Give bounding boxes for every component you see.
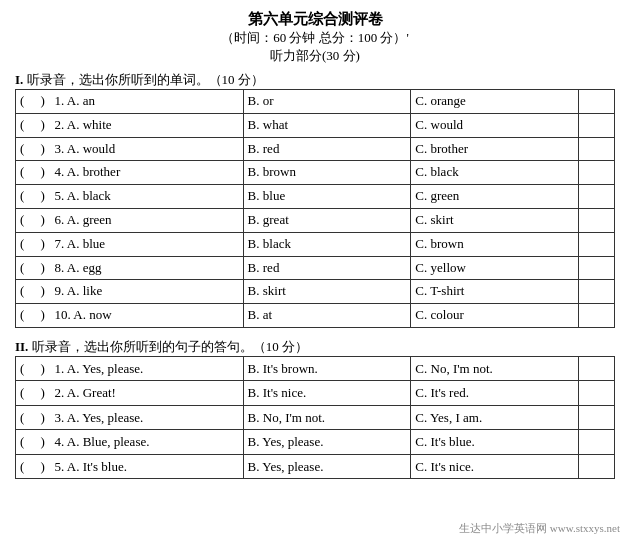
list-item: ( )6. A. green [16, 208, 244, 232]
answer-cell [579, 208, 615, 232]
answer-cell [579, 356, 615, 380]
list-item: C. It's blue. [411, 430, 579, 454]
answer-cell [579, 161, 615, 185]
list-item: ( )7. A. blue [16, 232, 244, 256]
answer-cell [579, 430, 615, 454]
table-row: ( )1. A. Yes, please.B. It's brown.C. No… [16, 356, 615, 380]
list-item: C. brother [411, 137, 579, 161]
list-item: B. what [243, 113, 411, 137]
list-item: C. T-shirt [411, 280, 579, 304]
table-row: ( )3. A. wouldB. redC. brother [16, 137, 615, 161]
list-item: C. would [411, 113, 579, 137]
list-item: B. Yes, please. [243, 430, 411, 454]
title-section: 第六单元综合测评卷 （时间：60 分钟 总分：100 分）' 听力部分(30 分… [15, 10, 615, 65]
answer-cell [579, 185, 615, 209]
list-item: C. skirt [411, 208, 579, 232]
answer-cell [579, 232, 615, 256]
list-item: ( )1. A. an [16, 90, 244, 114]
list-item: B. It's brown. [243, 356, 411, 380]
list-item: C. colour [411, 304, 579, 328]
list-item: B. brown [243, 161, 411, 185]
answer-cell [579, 454, 615, 478]
table-row: ( )2. A. whiteB. whatC. would [16, 113, 615, 137]
answer-cell [579, 304, 615, 328]
table-row: ( )5. A. It's blue.B. Yes, please.C. It'… [16, 454, 615, 478]
list-item: B. No, I'm not. [243, 405, 411, 429]
table-row: ( )7. A. blueB. blackC. brown [16, 232, 615, 256]
answer-cell [579, 256, 615, 280]
answer-cell [579, 137, 615, 161]
list-item: C. green [411, 185, 579, 209]
answer-cell [579, 280, 615, 304]
section1-table: ( )1. A. anB. orC. orange ( )2. A. white… [15, 89, 615, 328]
list-item: ( )10. A. now [16, 304, 244, 328]
list-item: B. skirt [243, 280, 411, 304]
list-item: ( )9. A. like [16, 280, 244, 304]
section1: I. 听录音，选出你所听到的单词。（10 分） ( )1. A. anB. or… [15, 71, 615, 338]
list-item: C. It's nice. [411, 454, 579, 478]
list-item: ( )4. A. brother [16, 161, 244, 185]
table-row: ( )6. A. greenB. greatC. skirt [16, 208, 615, 232]
list-item: B. blue [243, 185, 411, 209]
table-row: ( )8. A. eggB. redC. yellow [16, 256, 615, 280]
list-item: ( )2. A. Great! [16, 381, 244, 405]
list-item: B. black [243, 232, 411, 256]
table-row: ( )1. A. anB. orC. orange [16, 90, 615, 114]
list-item: ( )5. A. black [16, 185, 244, 209]
table-row: ( )5. A. blackB. blueC. green [16, 185, 615, 209]
subtitle: （时间：60 分钟 总分：100 分）' [15, 29, 615, 47]
list-item: ( )3. A. would [16, 137, 244, 161]
list-item: ( )5. A. It's blue. [16, 454, 244, 478]
table-row: ( )4. A. Blue, please.B. Yes, please.C. … [16, 430, 615, 454]
answer-cell [579, 381, 615, 405]
list-item: C. yellow [411, 256, 579, 280]
list-item: B. red [243, 256, 411, 280]
table-row: ( )9. A. likeB. skirtC. T-shirt [16, 280, 615, 304]
list-item: B. red [243, 137, 411, 161]
list-item: C. No, I'm not. [411, 356, 579, 380]
list-item: C. brown [411, 232, 579, 256]
list-item: C. Yes, I am. [411, 405, 579, 429]
list-item: ( )4. A. Blue, please. [16, 430, 244, 454]
listening-title: 听力部分(30 分) [15, 47, 615, 65]
section1-instruction: 听录音，选出你所听到的单词。（10 分） [27, 72, 264, 87]
section2-instruction: 听录音，选出你所听到的句子的答句。（10 分） [32, 339, 308, 354]
list-item: ( )3. A. Yes, please. [16, 405, 244, 429]
list-item: ( )2. A. white [16, 113, 244, 137]
answer-cell [579, 405, 615, 429]
table-row: ( )10. A. nowB. atC. colour [16, 304, 615, 328]
list-item: C. orange [411, 90, 579, 114]
section2-table: ( )1. A. Yes, please.B. It's brown.C. No… [15, 356, 615, 479]
watermark: 生达中小学英语网 www.stxxys.net [459, 521, 620, 536]
list-item: B. great [243, 208, 411, 232]
section2-label: II. [15, 339, 28, 354]
list-item: ( )8. A. egg [16, 256, 244, 280]
table-row: ( )2. A. Great!B. It's nice.C. It's red. [16, 381, 615, 405]
list-item: C. black [411, 161, 579, 185]
list-item: B. Yes, please. [243, 454, 411, 478]
table-row: ( )3. A. Yes, please.B. No, I'm not.C. Y… [16, 405, 615, 429]
list-item: C. It's red. [411, 381, 579, 405]
section2: II. 听录音，选出你所听到的句子的答句。（10 分） ( )1. A. Yes… [15, 338, 615, 487]
list-item: B. or [243, 90, 411, 114]
list-item: B. It's nice. [243, 381, 411, 405]
section1-label: I. [15, 72, 23, 87]
answer-cell [579, 90, 615, 114]
list-item: B. at [243, 304, 411, 328]
answer-cell [579, 113, 615, 137]
table-row: ( )4. A. brotherB. brownC. black [16, 161, 615, 185]
main-title: 第六单元综合测评卷 [15, 10, 615, 29]
list-item: ( )1. A. Yes, please. [16, 356, 244, 380]
